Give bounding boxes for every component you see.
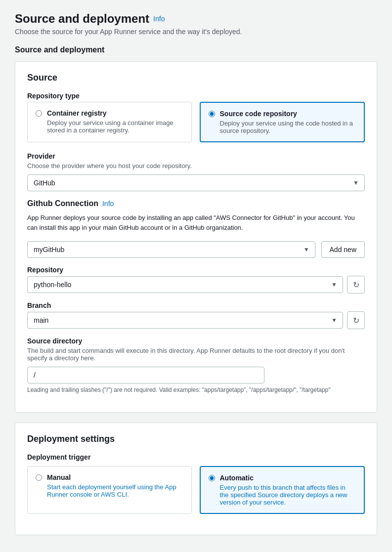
manual-trigger-desc: Start each deployment yourself using the… — [47, 483, 183, 498]
deployment-trigger-group: Manual Start each deployment yourself us… — [27, 466, 365, 514]
container-registry-title: Container registry — [47, 109, 183, 117]
source-directory-input[interactable] — [27, 367, 264, 383]
source-directory-desc: The build and start commands will execut… — [27, 347, 365, 362]
connection-select-wrapper: myGitHub ▼ — [27, 241, 315, 258]
page-title: Source and deployment — [15, 12, 149, 26]
branch-label: Branch — [27, 301, 365, 309]
github-connection-header: Github Connection Info — [27, 199, 365, 208]
manual-trigger-option[interactable]: Manual Start each deployment yourself us… — [27, 466, 192, 514]
connection-row: myGitHub ▼ Add new — [27, 241, 365, 258]
source-code-repository-option[interactable]: Source code repository Deploy your servi… — [200, 102, 365, 142]
source-card-title: Source — [27, 73, 365, 83]
branch-refresh-icon: ↻ — [353, 316, 359, 325]
branch-select-wrapper: main ▼ — [27, 312, 343, 329]
source-code-repository-title: Source code repository — [220, 110, 356, 118]
source-directory-hint: Leading and trailing slashes ("/") are n… — [27, 386, 365, 393]
repository-row: python-hello ▼ ↻ — [27, 276, 365, 294]
connection-select[interactable]: myGitHub — [27, 241, 315, 258]
provider-desc: Choose the provider where you host your … — [27, 162, 365, 170]
manual-trigger-content: Manual Start each deployment yourself us… — [47, 473, 183, 498]
source-code-repository-radio[interactable] — [209, 111, 215, 117]
automatic-trigger-content: Automatic Every push to this branch that… — [220, 474, 356, 506]
automatic-trigger-option[interactable]: Automatic Every push to this branch that… — [200, 466, 365, 514]
branch-row: main ▼ ↻ — [27, 311, 365, 329]
automatic-trigger-radio[interactable] — [209, 475, 215, 481]
manual-trigger-radio[interactable] — [36, 474, 42, 481]
container-registry-desc: Deploy your service using a container im… — [47, 119, 183, 134]
automatic-trigger-title: Automatic — [220, 474, 356, 482]
github-connection-info-link[interactable]: Info — [102, 200, 114, 208]
provider-select[interactable]: GitHub — [27, 174, 365, 191]
deployment-settings-card: Deployment settings Deployment trigger M… — [15, 423, 377, 535]
github-connection-desc: App Runner deploys your source code by i… — [27, 213, 365, 232]
deployment-trigger-label: Deployment trigger — [27, 453, 365, 461]
add-new-button[interactable]: Add new — [321, 241, 365, 258]
deployment-settings-title: Deployment settings — [27, 434, 365, 444]
source-input-row — [27, 367, 365, 383]
provider-select-wrapper: GitHub ▼ — [27, 174, 365, 191]
source-code-repository-desc: Deploy your service using the code hoste… — [220, 120, 356, 134]
source-code-repository-content: Source code repository Deploy your servi… — [220, 110, 356, 134]
source-directory-label: Source directory — [27, 337, 365, 345]
page-subtitle: Choose the source for your App Runner se… — [15, 28, 377, 36]
container-registry-content: Container registry Deploy your service u… — [47, 109, 183, 134]
container-registry-radio[interactable] — [36, 110, 42, 117]
page-info-link[interactable]: Info — [153, 15, 165, 23]
repository-type-label: Repository type — [27, 92, 365, 100]
provider-label: Provider — [27, 152, 365, 160]
footer-bar: Cancel Next — [15, 545, 377, 552]
repository-select[interactable]: python-hello — [27, 276, 343, 293]
manual-trigger-title: Manual — [47, 473, 183, 481]
automatic-trigger-desc: Every push to this branch that affects f… — [220, 484, 356, 506]
repository-label: Repository — [27, 266, 365, 274]
repository-select-wrapper: python-hello ▼ — [27, 276, 343, 293]
branch-refresh-button[interactable]: ↻ — [347, 311, 365, 329]
repository-type-group: Container registry Deploy your service u… — [27, 102, 365, 142]
repository-refresh-button[interactable]: ↻ — [347, 276, 365, 294]
github-connection-title: Github Connection — [27, 199, 98, 208]
section-heading: Source and deployment — [15, 45, 377, 54]
source-directory-input-wrapper: Leading and trailing slashes ("/") are n… — [27, 367, 365, 393]
branch-select[interactable]: main — [27, 312, 343, 329]
repository-refresh-icon: ↻ — [353, 280, 359, 290]
container-registry-option[interactable]: Container registry Deploy your service u… — [27, 102, 192, 142]
source-card: Source Repository type Container registr… — [15, 61, 377, 413]
